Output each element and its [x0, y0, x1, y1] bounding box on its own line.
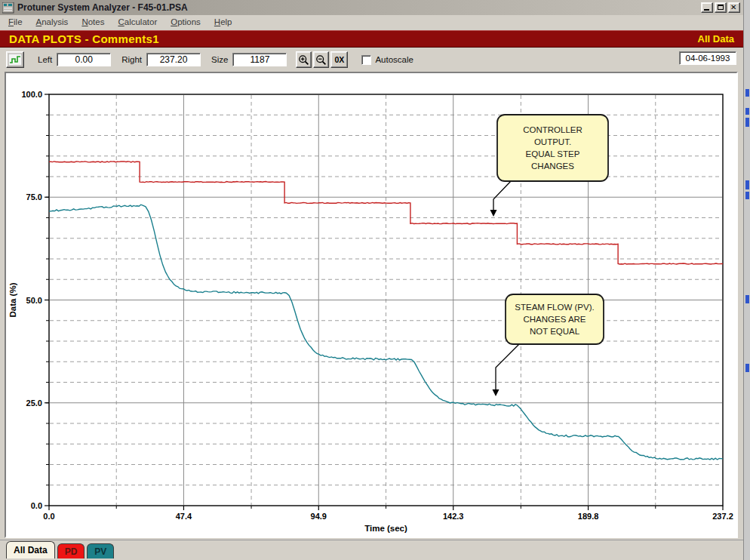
- annotation-arrow: [493, 181, 511, 210]
- app-window: Protuner System Analyzer - F45-01.PSA ✕ …: [0, 0, 750, 560]
- y-tick-label: 25.0: [26, 398, 42, 408]
- menu-item-options[interactable]: Options: [164, 17, 207, 27]
- chart-panel: 0.025.050.075.0100.00.047.494.9142.3189.…: [5, 72, 738, 538]
- date-field[interactable]: 04-06-1993: [679, 51, 736, 65]
- left-field[interactable]: [57, 53, 111, 66]
- close-button[interactable]: ✕: [728, 2, 740, 13]
- close-icon: ✕: [730, 3, 736, 12]
- x-tick-label: 237.2: [712, 512, 733, 521]
- toolbar: Left Right Size 0X Autoscale 04-06-: [0, 48, 743, 72]
- tab-bar: All DataPDPV: [0, 540, 743, 560]
- screen-edge-artifact: [745, 89, 749, 97]
- menu-item-analysis[interactable]: Analysis: [29, 17, 75, 27]
- screen-edge-strip: [743, 0, 750, 560]
- x-tick-label: 142.3: [443, 512, 464, 521]
- screen-edge-artifact: [745, 108, 749, 115]
- minimize-button[interactable]: [701, 2, 713, 13]
- zoom-reset-button[interactable]: 0X: [330, 51, 348, 68]
- menu-bar: FileAnalysisNotesCalculatorOptionsHelp: [0, 15, 743, 29]
- menu-item-calculator[interactable]: Calculator: [111, 17, 164, 27]
- annotation-text: NOT EQUAL: [530, 327, 580, 336]
- x-tick-label: 0.0: [43, 512, 54, 521]
- x-axis-title: Time (sec): [364, 524, 407, 533]
- annotation-text: CHANGES: [531, 162, 574, 171]
- annotation-text: EQUAL STEP: [526, 149, 580, 158]
- plot-curve-icon: [8, 54, 22, 66]
- annotation-text: OUTPUT.: [534, 137, 571, 146]
- x-tick-label: 94.9: [311, 512, 327, 521]
- page-title: DATA PLOTS - Comments1: [9, 32, 159, 45]
- zoom-out-icon: [315, 54, 327, 66]
- tab-all-data[interactable]: All Data: [6, 541, 55, 558]
- size-field-label: Size: [211, 55, 228, 64]
- annotation-text: CONTROLLER: [523, 125, 582, 134]
- title-bar: Protuner System Analyzer - F45-01.PSA ✕: [0, 0, 743, 15]
- size-field[interactable]: [232, 53, 287, 66]
- annotation-arrowhead-icon: [490, 210, 497, 217]
- maximize-icon: [718, 5, 724, 10]
- screen-edge-artifact: [745, 295, 749, 303]
- menu-item-help[interactable]: Help: [207, 17, 239, 27]
- tab-pv[interactable]: PV: [87, 543, 114, 558]
- view-mode-label: All Data: [698, 33, 734, 45]
- view-header: DATA PLOTS - Comments1 All Data: [0, 30, 743, 48]
- autoscale-label: Autoscale: [375, 55, 413, 64]
- y-axis-title: Data (%): [8, 282, 17, 317]
- left-field-label: Left: [38, 55, 52, 64]
- plot-options-button[interactable]: [6, 51, 24, 68]
- right-field[interactable]: [146, 53, 201, 66]
- y-tick-label: 100.0: [21, 90, 42, 99]
- minimize-icon: [704, 9, 709, 11]
- screen-edge-artifact: [745, 192, 749, 199]
- zoom-in-icon: [298, 54, 309, 66]
- annotation-text: STEAM FLOW (PV).: [515, 303, 594, 312]
- menu-item-notes[interactable]: Notes: [75, 17, 111, 27]
- y-tick-label: 0.0: [31, 501, 42, 510]
- annotation-arrowhead-icon: [493, 389, 499, 396]
- annotation-text: CHANGES ARE: [523, 315, 586, 324]
- y-tick-label: 50.0: [26, 296, 42, 305]
- window-title: Protuner System Analyzer - F45-01.PSA: [17, 2, 188, 13]
- screen-edge-artifact: [745, 118, 749, 127]
- data-plot-chart[interactable]: 0.025.050.075.0100.00.047.494.9142.3189.…: [6, 73, 736, 537]
- app-icon: [2, 2, 14, 14]
- right-field-label: Right: [121, 55, 142, 64]
- screen-edge-artifact: [745, 364, 749, 372]
- zoom-in-button[interactable]: [296, 51, 312, 68]
- tab-pd[interactable]: PD: [57, 543, 85, 558]
- menu-item-file[interactable]: File: [2, 17, 29, 27]
- zoom-out-button[interactable]: [313, 51, 329, 68]
- maximize-button[interactable]: [715, 2, 727, 13]
- autoscale-checkbox[interactable]: [361, 55, 371, 65]
- screen-edge-artifact: [745, 180, 749, 189]
- x-tick-label: 189.8: [578, 512, 599, 521]
- x-tick-label: 47.4: [176, 512, 192, 521]
- y-tick-label: 75.0: [26, 192, 42, 202]
